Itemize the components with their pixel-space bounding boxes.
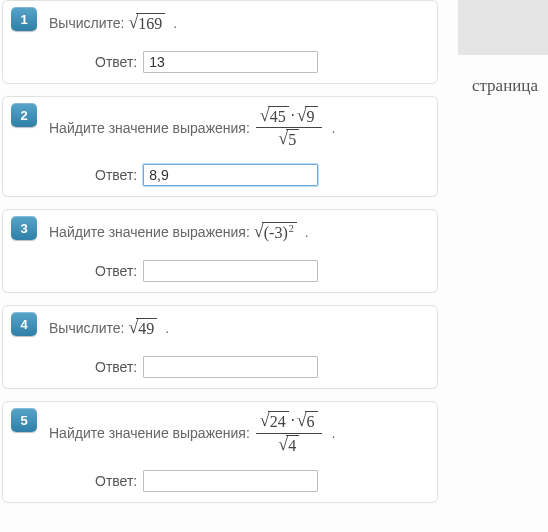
question-number-badge: 4 — [11, 312, 37, 336]
answer-input[interactable] — [143, 51, 318, 73]
question-card: 5Найдите значение выражения:√24·√6√4.Отв… — [2, 401, 438, 502]
answer-row: Ответ: — [95, 260, 427, 282]
question-number-badge: 3 — [11, 216, 37, 240]
terminal-period: . — [169, 15, 177, 31]
prompt-prefix: Найдите значение выражения: — [49, 224, 250, 240]
question-prompt: Вычислите:√169. — [49, 9, 427, 37]
answer-label: Ответ: — [95, 167, 137, 183]
answer-label: Ответ: — [95, 263, 137, 279]
terminal-period: . — [328, 120, 336, 136]
question-list: 1Вычислите:√169.Ответ:2Найдите значение … — [0, 0, 440, 503]
question-card: 3Найдите значение выражения:√(-3)2.Ответ… — [2, 209, 438, 293]
header-fragment — [458, 0, 548, 55]
question-card: 1Вычислите:√169.Ответ: — [2, 0, 438, 84]
answer-label: Ответ: — [95, 359, 137, 375]
question-card: 4Вычислите:√49.Ответ: — [2, 305, 438, 389]
question-prompt: Найдите значение выражения:√24·√6√4. — [49, 410, 427, 455]
answer-input[interactable] — [143, 260, 318, 282]
math-expression: √24·√6√4 — [254, 410, 324, 455]
question-number-badge: 5 — [11, 408, 37, 432]
answer-row: Ответ: — [95, 164, 427, 186]
math-expression: √169 — [128, 13, 165, 33]
answer-label: Ответ: — [95, 473, 137, 489]
answer-row: Ответ: — [95, 470, 427, 492]
terminal-period: . — [301, 224, 309, 240]
question-prompt: Найдите значение выражения:√45·√9√5. — [49, 105, 427, 150]
question-number-badge: 2 — [11, 103, 37, 127]
prompt-prefix: Найдите значение выражения: — [49, 425, 250, 441]
prompt-prefix: Вычислите: — [49, 15, 124, 31]
answer-input[interactable] — [143, 164, 318, 186]
prompt-prefix: Вычислите: — [49, 320, 124, 336]
answer-row: Ответ: — [95, 51, 427, 73]
math-expression: √49 — [128, 318, 157, 338]
math-expression: √45·√9√5 — [254, 105, 324, 150]
answer-input[interactable] — [143, 470, 318, 492]
prompt-prefix: Найдите значение выражения: — [49, 120, 250, 136]
answer-input[interactable] — [143, 356, 318, 378]
answer-label: Ответ: — [95, 54, 137, 70]
stray-page-label: страница — [472, 76, 538, 96]
terminal-period: . — [161, 320, 169, 336]
question-number-badge: 1 — [11, 7, 37, 31]
answer-row: Ответ: — [95, 356, 427, 378]
terminal-period: . — [328, 425, 336, 441]
question-card: 2Найдите значение выражения:√45·√9√5.Отв… — [2, 96, 438, 197]
question-prompt: Найдите значение выражения:√(-3)2. — [49, 218, 427, 246]
math-expression: √(-3)2 — [254, 222, 297, 243]
question-prompt: Вычислите:√49. — [49, 314, 427, 342]
